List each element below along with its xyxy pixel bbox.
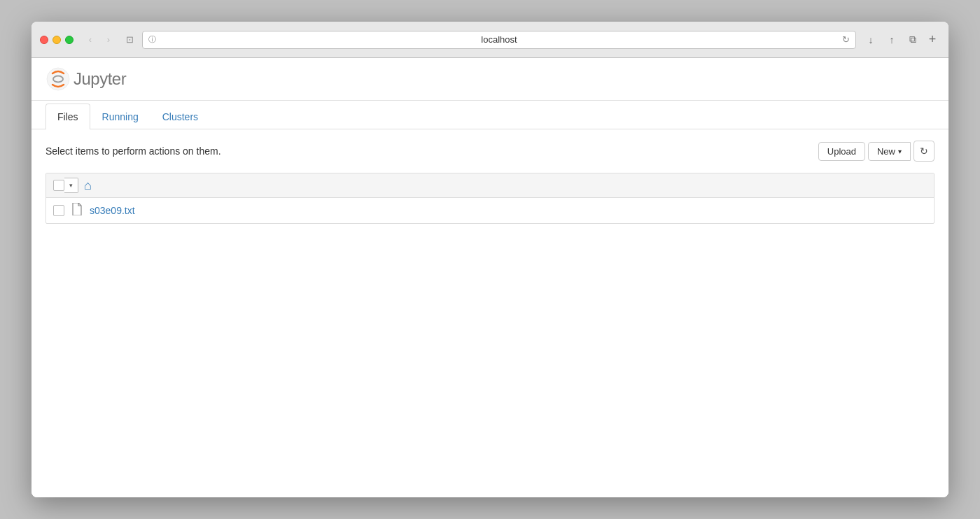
reader-icon: ⊡ [126, 34, 134, 45]
toolbar-right: ↓ ↑ ⧉ + [862, 32, 940, 48]
file-icon [71, 203, 83, 218]
download-icon: ↓ [869, 34, 874, 45]
browser-chrome: ‹ › ⊡ ⓘ localhost ↻ ↓ ↑ ⧉ + [31, 22, 948, 58]
tab-files[interactable]: Files [46, 104, 90, 129]
file-list-container: ▾ ⌂ s03e09.txt [46, 173, 934, 224]
home-icon: ⌂ [84, 178, 92, 193]
new-tab-icon: + [929, 32, 937, 47]
tabs-icon: ⧉ [909, 34, 916, 45]
url-text: localhost [160, 34, 838, 45]
new-tab-button[interactable]: + [925, 32, 940, 48]
new-button-caret: ▾ [898, 148, 902, 155]
minimize-button[interactable] [52, 36, 61, 44]
browser-window: ‹ › ⊡ ⓘ localhost ↻ ↓ ↑ ⧉ + [31, 22, 948, 497]
tab-clusters[interactable]: Clusters [150, 104, 210, 129]
file-checkbox[interactable] [53, 205, 64, 216]
action-hint-text: Select items to perform actions on them. [46, 145, 221, 157]
close-button[interactable] [40, 36, 48, 44]
jupyter-logo-icon [46, 66, 71, 92]
nav-buttons: ‹ › [82, 33, 117, 47]
new-button[interactable]: New ▾ [868, 142, 911, 161]
select-all-checkbox[interactable] [53, 180, 64, 191]
refresh-icon: ↻ [920, 145, 928, 157]
table-row: s03e09.txt [46, 198, 934, 223]
back-button[interactable]: ‹ [82, 33, 99, 47]
jupyter-header: Jupyter [31, 58, 948, 101]
share-icon: ↑ [890, 34, 895, 45]
back-icon: ‹ [89, 34, 92, 45]
action-bar-right: Upload New ▾ ↻ [818, 141, 934, 162]
info-icon: ⓘ [148, 34, 156, 45]
upload-button[interactable]: Upload [818, 142, 865, 161]
page-refresh-button[interactable]: ↻ [842, 34, 850, 45]
select-all-dropdown[interactable]: ▾ [64, 178, 78, 193]
share-button[interactable]: ↑ [883, 32, 901, 48]
tab-running[interactable]: Running [90, 104, 150, 129]
traffic-lights [40, 36, 74, 44]
tabs-button[interactable]: ⧉ [904, 32, 922, 48]
address-bar[interactable]: ⓘ localhost ↻ [142, 31, 856, 49]
reader-button[interactable]: ⊡ [122, 33, 136, 47]
new-button-label: New [877, 146, 895, 157]
forward-icon: › [107, 34, 110, 45]
file-name-link[interactable]: s03e09.txt [90, 205, 135, 216]
page-content: Jupyter Files Running Clusters Select it… [31, 58, 948, 497]
dropdown-caret-icon: ▾ [69, 182, 73, 189]
jupyter-logo: Jupyter [46, 66, 126, 92]
download-button[interactable]: ↓ [862, 32, 880, 48]
select-all-wrapper: ▾ [53, 178, 78, 193]
file-list-header: ▾ ⌂ [46, 173, 934, 198]
home-button[interactable]: ⌂ [84, 178, 92, 193]
maximize-button[interactable] [65, 36, 74, 44]
forward-button[interactable]: › [100, 33, 117, 47]
tabs-bar: Files Running Clusters [31, 104, 948, 129]
refresh-button[interactable]: ↻ [913, 141, 934, 162]
action-bar: Select items to perform actions on them.… [31, 129, 948, 173]
jupyter-logo-text: Jupyter [74, 69, 126, 89]
